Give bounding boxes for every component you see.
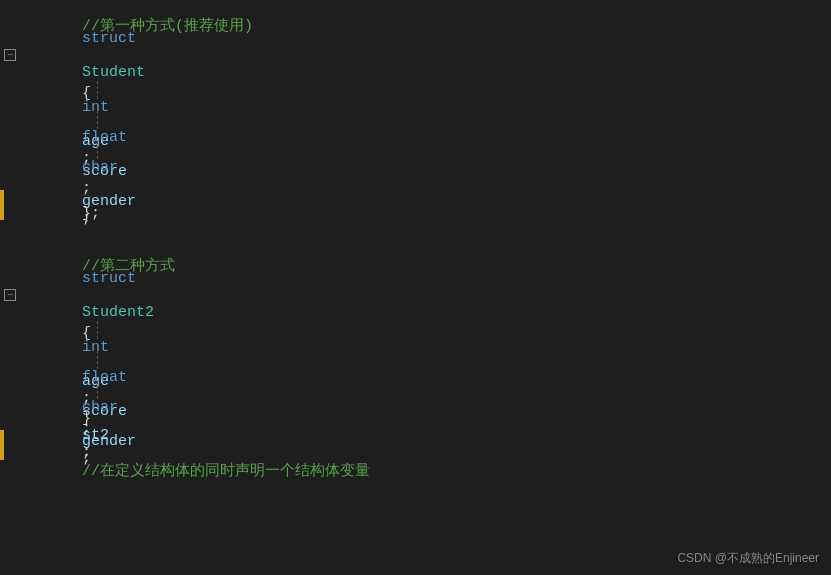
- keyword-struct-1: struct: [82, 30, 136, 47]
- code-editor: //第一种方式(推荐使用) − struct Student { int ag: [0, 0, 831, 575]
- yellow-bar-1: [0, 190, 4, 220]
- watermark: CSDN @不成熟的Enjineer: [677, 550, 819, 567]
- fold-icon-1[interactable]: −: [4, 49, 16, 61]
- line-7: };: [0, 190, 831, 220]
- close-brace-st2: }: [82, 410, 91, 427]
- code-16: [20, 467, 831, 484]
- gutter-10[interactable]: −: [0, 289, 20, 301]
- yellow-bar-2: [0, 430, 4, 460]
- line-15: } st2 ; //在定义结构体的同时声明一个结构体变量: [0, 430, 831, 460]
- var-st2: st2: [82, 427, 109, 444]
- keyword-struct-2: struct: [82, 270, 136, 287]
- gutter-2[interactable]: −: [0, 49, 20, 61]
- fold-icon-2[interactable]: −: [4, 289, 16, 301]
- line-16: [0, 460, 831, 490]
